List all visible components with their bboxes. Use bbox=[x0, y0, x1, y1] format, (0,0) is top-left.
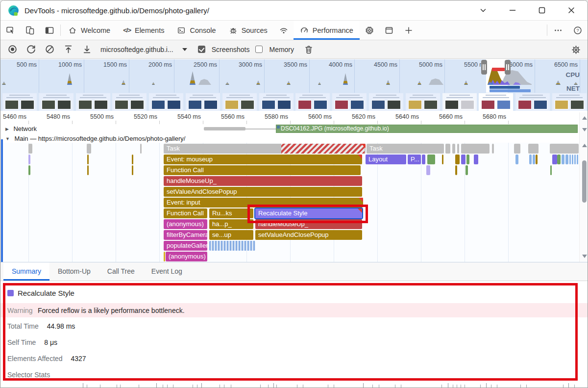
screenshot-thumbnail[interactable] bbox=[112, 93, 147, 111]
flame-mini-bar[interactable] bbox=[427, 155, 435, 164]
screenshot-thumbnail[interactable] bbox=[369, 93, 403, 111]
flame-mini-bar[interactable] bbox=[132, 165, 133, 175]
flame-mini-bar[interactable] bbox=[550, 144, 579, 154]
close-button[interactable] bbox=[560, 1, 583, 19]
flame-mini-bar[interactable] bbox=[466, 165, 468, 175]
flame-mini-bar[interactable] bbox=[455, 165, 457, 175]
flame-mini-bar[interactable] bbox=[562, 155, 564, 164]
device-emulation-icon[interactable] bbox=[20, 21, 40, 40]
network-request-bar-image[interactable]: DSC04162.JPG (microsoftedge.github.io) bbox=[276, 125, 578, 133]
screenshot-thumbnail[interactable] bbox=[186, 93, 220, 111]
tab-sources[interactable]: Sources bbox=[222, 21, 274, 40]
flame-mini-bar[interactable] bbox=[569, 155, 571, 164]
flame-bar[interactable]: setValueAndClosePopup bbox=[164, 187, 362, 197]
activity-bar-layout-icon[interactable] bbox=[40, 21, 59, 40]
flame-mini-bar[interactable] bbox=[28, 155, 30, 164]
screenshot-thumbnail[interactable] bbox=[295, 93, 330, 111]
flame-bar[interactable]: Event: mouseup bbox=[164, 155, 362, 164]
flame-mini-bar[interactable] bbox=[209, 241, 255, 251]
flame-mini-bar[interactable] bbox=[452, 144, 455, 154]
flame-mini-bar[interactable] bbox=[577, 155, 578, 164]
flame-bar[interactable]: Layout bbox=[366, 155, 406, 164]
application-panel-icon[interactable] bbox=[379, 21, 399, 40]
flame-mini-bar[interactable] bbox=[457, 144, 459, 154]
screenshot-thumbnail[interactable] bbox=[2, 93, 37, 111]
selector-stats-section[interactable]: Selector Stats bbox=[7, 371, 50, 379]
clear-recording-button[interactable] bbox=[42, 42, 57, 57]
flame-mini-bar[interactable] bbox=[528, 144, 539, 154]
network-request-bar[interactable] bbox=[204, 127, 245, 130]
flame-bar[interactable]: ha...p_ bbox=[209, 219, 253, 229]
trash-icon[interactable] bbox=[301, 42, 317, 57]
flame-bar[interactable]: se...up bbox=[209, 230, 253, 240]
flame-mini-bar[interactable] bbox=[164, 252, 165, 261]
flame-mini-bar[interactable] bbox=[552, 155, 557, 164]
selection-handle-left[interactable] bbox=[481, 60, 487, 75]
flame-mini-bar[interactable] bbox=[536, 155, 538, 164]
flame-mini-bar[interactable] bbox=[422, 155, 425, 164]
main-section-toggle[interactable]: ▼ bbox=[5, 136, 10, 141]
flame-mini-bar[interactable] bbox=[533, 155, 535, 164]
flame-bar[interactable]: Function Call bbox=[164, 165, 361, 175]
tab-summary[interactable]: Summary bbox=[3, 262, 49, 281]
screenshot-thumbnail[interactable] bbox=[332, 93, 367, 111]
scroll-up-arrow[interactable] bbox=[582, 116, 587, 120]
download-profile-button[interactable] bbox=[79, 42, 95, 57]
reload-and-record-button[interactable] bbox=[23, 42, 39, 57]
flame-mini-bar[interactable] bbox=[466, 155, 469, 164]
flame-mini-bar[interactable] bbox=[514, 144, 520, 154]
record-button[interactable] bbox=[4, 42, 20, 57]
flame-bar[interactable]: setValueAndClosePopup bbox=[255, 230, 362, 240]
scroll-up-arrow[interactable] bbox=[582, 144, 587, 147]
flame-bar[interactable]: handleMouseUp_ bbox=[255, 219, 362, 229]
tab-elements[interactable]: </> Elements bbox=[117, 21, 171, 40]
screenshot-thumbnail[interactable] bbox=[259, 93, 294, 111]
flame-mini-bar[interactable] bbox=[87, 165, 89, 175]
flame-mini-bar[interactable] bbox=[474, 155, 478, 164]
flame-bar[interactable]: populateGallery bbox=[164, 241, 207, 251]
flame-mini-bar[interactable] bbox=[550, 165, 552, 175]
flame-mini-bar[interactable] bbox=[572, 155, 573, 164]
more-options-icon[interactable] bbox=[548, 21, 568, 40]
dock-chevron-button[interactable] bbox=[472, 1, 494, 19]
flame-bar[interactable]: Function Call bbox=[164, 208, 207, 218]
flame-mini-bar[interactable] bbox=[461, 155, 466, 164]
profile-select[interactable]: microsoftedge.github.i... bbox=[100, 46, 173, 53]
screenshot-thumbnail[interactable] bbox=[222, 93, 257, 111]
flame-bar[interactable]: filterByCamera bbox=[164, 230, 207, 240]
screenshot-thumbnail[interactable] bbox=[406, 93, 440, 111]
screenshot-thumbnail[interactable] bbox=[515, 93, 550, 111]
flame-mini-bar[interactable] bbox=[442, 155, 443, 164]
flame-chart[interactable]: TaskTaskEvent: mouseupLayoutP...Function… bbox=[0, 143, 588, 262]
network-conditions-icon[interactable] bbox=[274, 21, 294, 40]
flame-mini-bar[interactable] bbox=[574, 155, 576, 164]
scrollbar-thumb[interactable] bbox=[582, 160, 587, 203]
screenshot-thumbnail[interactable] bbox=[552, 93, 587, 111]
scroll-down-arrow[interactable] bbox=[582, 128, 587, 131]
network-section-toggle[interactable]: ▶ bbox=[5, 127, 9, 131]
flame-mini-bar[interactable] bbox=[132, 155, 133, 164]
help-icon[interactable]: ? bbox=[568, 21, 588, 40]
selection-handle-right[interactable] bbox=[505, 60, 511, 75]
flame-bar[interactable]: Task bbox=[367, 144, 444, 154]
upload-profile-button[interactable] bbox=[60, 42, 76, 57]
flame-bar[interactable]: Recalculate Style bbox=[255, 208, 362, 218]
flame-mini-bar[interactable] bbox=[515, 155, 518, 164]
flame-mini-bar[interactable] bbox=[461, 144, 490, 154]
maximize-button[interactable] bbox=[531, 1, 553, 19]
flame-mini-bar[interactable] bbox=[445, 144, 450, 154]
scroll-down-arrow[interactable] bbox=[582, 255, 587, 258]
tab-welcome[interactable]: Welcome bbox=[62, 21, 117, 40]
flame-mini-bar[interactable] bbox=[565, 155, 568, 164]
screenshot-thumbnail[interactable] bbox=[442, 93, 477, 111]
flame-mini-bar[interactable] bbox=[529, 155, 532, 164]
inspect-element-icon[interactable] bbox=[0, 21, 20, 40]
flame-mini-bar[interactable] bbox=[455, 155, 460, 164]
tab-bottom-up[interactable]: Bottom-Up bbox=[49, 262, 99, 281]
screenshots-checkbox[interactable] bbox=[198, 46, 205, 53]
screenshot-thumbnail[interactable] bbox=[39, 93, 74, 111]
flame-bar[interactable]: Task bbox=[164, 144, 366, 154]
flame-bar[interactable]: P... bbox=[408, 155, 421, 164]
tab-console[interactable]: Console bbox=[171, 21, 222, 40]
screenshot-thumbnail[interactable] bbox=[479, 93, 513, 111]
